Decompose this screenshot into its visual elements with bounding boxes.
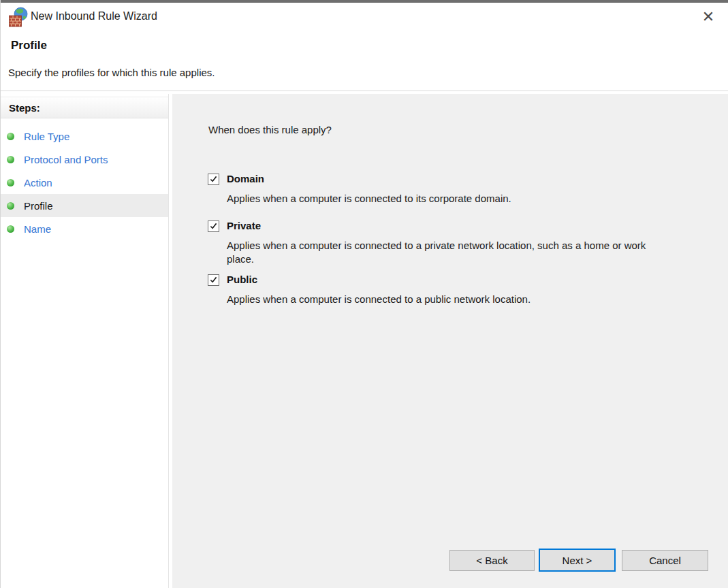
checkmark-icon	[210, 276, 217, 284]
sidebar-item-name[interactable]: Name	[1, 217, 168, 240]
domain-checkbox[interactable]	[208, 174, 219, 185]
title-bar: New Inbound Rule Wizard ✕	[1, 3, 728, 33]
checkmark-icon	[210, 176, 217, 183]
sidebar-item-label: Name	[24, 223, 51, 235]
back-button[interactable]: < Back	[449, 550, 535, 571]
steps-sidebar: Steps: Rule Type Protocol and Ports Acti…	[1, 94, 169, 588]
profile-option-private: Private Applies when a computer is conne…	[208, 220, 648, 266]
step-bullet-icon	[7, 133, 14, 140]
wizard-page-content: When does this rule apply? Domain Applie…	[172, 94, 728, 588]
sidebar-item-label: Action	[24, 177, 52, 189]
page-question: When does this rule apply?	[208, 124, 332, 135]
domain-description: Applies when a computer is connected to …	[227, 192, 511, 206]
public-description: Applies when a computer is connected to …	[227, 293, 531, 306]
window-title: New Inbound Rule Wizard	[31, 10, 157, 22]
private-description: Applies when a computer is connected to …	[227, 239, 648, 266]
firewall-icon	[9, 7, 28, 28]
sidebar-item-label: Rule Type	[24, 131, 69, 142]
steps-heading: Steps:	[1, 97, 168, 118]
next-button[interactable]: Next >	[539, 549, 616, 572]
private-checkbox[interactable]	[208, 220, 219, 232]
sidebar-item-action[interactable]: Action	[1, 171, 168, 194]
step-bullet-icon	[7, 225, 14, 233]
step-bullet-icon	[7, 202, 14, 210]
sidebar-item-label: Profile	[24, 200, 53, 212]
step-bullet-icon	[7, 156, 14, 163]
domain-label: Domain	[227, 173, 511, 184]
sidebar-item-protocol-and-ports[interactable]: Protocol and Ports	[1, 148, 168, 171]
wizard-window: New Inbound Rule Wizard ✕ Profile Specif…	[0, 0, 728, 588]
sidebar-item-label: Protocol and Ports	[24, 154, 108, 165]
cancel-button[interactable]: Cancel	[622, 550, 708, 571]
checkmark-icon	[210, 223, 217, 230]
public-label: Public	[227, 274, 531, 285]
public-checkbox[interactable]	[208, 274, 219, 286]
profile-option-public: Public Applies when a computer is connec…	[208, 274, 531, 306]
steps-list: Rule Type Protocol and Ports Action Prof…	[1, 125, 168, 240]
header-divider	[1, 91, 728, 91]
step-bullet-icon	[7, 179, 14, 186]
sidebar-item-rule-type[interactable]: Rule Type	[1, 125, 168, 148]
page-subtitle: Specify the profiles for which this rule…	[8, 67, 215, 78]
private-label: Private	[227, 220, 648, 231]
close-icon[interactable]: ✕	[697, 5, 720, 29]
page-title: Profile	[11, 39, 47, 52]
sidebar-item-profile[interactable]: Profile	[1, 194, 168, 217]
profile-option-domain: Domain Applies when a computer is connec…	[208, 173, 511, 206]
